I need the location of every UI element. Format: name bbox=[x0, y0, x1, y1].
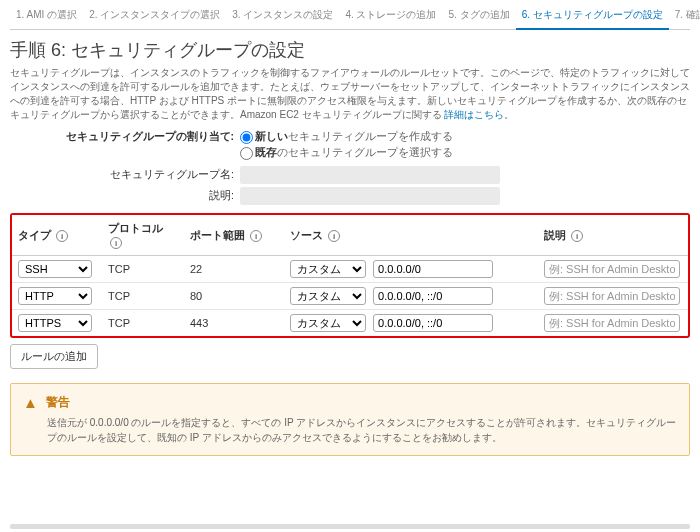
col-source: ソース i bbox=[284, 215, 538, 256]
description-text: セキュリティグループは、インスタンスのトラフィックを制御するファイアウォールのル… bbox=[10, 67, 690, 120]
learn-more-link[interactable]: 詳細はこちら bbox=[444, 109, 504, 120]
col-type: タイプ i bbox=[12, 215, 102, 256]
warning-alert: ▲ 警告 送信元が 0.0.0.0/0 のルールを指定すると、すべての IP ア… bbox=[10, 383, 690, 456]
source-mode-select[interactable]: カスタム bbox=[290, 260, 366, 278]
radio-existing-sg[interactable] bbox=[240, 147, 253, 160]
warning-title: 警告 bbox=[46, 394, 70, 411]
radio-new-sg-label-strong: 新しい bbox=[255, 130, 288, 142]
rule-desc-input[interactable] bbox=[544, 287, 680, 305]
info-icon[interactable]: i bbox=[250, 230, 262, 242]
rule-desc-input[interactable] bbox=[544, 314, 680, 332]
tab-add-storage[interactable]: 4. ストレージの追加 bbox=[339, 4, 442, 29]
radio-new-sg[interactable] bbox=[240, 131, 253, 144]
footer: キャンセル 戻る 確認と作成 bbox=[10, 524, 690, 532]
rules-table: タイプ i プロトコル i ポート範囲 i ソース i 説明 i SSH bbox=[12, 215, 688, 336]
col-protocol: プロトコル i bbox=[102, 215, 184, 256]
rule-desc-input[interactable] bbox=[544, 260, 680, 278]
tab-security-group[interactable]: 6. セキュリティグループの設定 bbox=[516, 4, 669, 30]
tab-configure-instance[interactable]: 3. インスタンスの設定 bbox=[226, 4, 339, 29]
type-select[interactable]: SSH bbox=[18, 260, 92, 278]
col-desc-label: 説明 bbox=[544, 229, 566, 241]
port-cell: 443 bbox=[184, 310, 284, 337]
sg-assign-block: セキュリティグループの割り当て: 新しいセキュリティグループを作成する 既存のセ… bbox=[10, 130, 690, 160]
col-port-label: ポート範囲 bbox=[190, 229, 245, 241]
col-source-label: ソース bbox=[290, 229, 323, 241]
info-icon[interactable]: i bbox=[571, 230, 583, 242]
warning-icon: ▲ bbox=[23, 394, 38, 411]
page-description: セキュリティグループは、インスタンスのトラフィックを制御するファイアウォールのル… bbox=[10, 66, 690, 122]
source-mode-select[interactable]: カスタム bbox=[290, 314, 366, 332]
tab-instance-type[interactable]: 2. インスタンスタイプの選択 bbox=[83, 4, 226, 29]
radio-existing-sg-label-rest: のセキュリティグループを選択する bbox=[277, 146, 453, 158]
col-protocol-label: プロトコル bbox=[108, 222, 163, 234]
info-icon[interactable]: i bbox=[328, 230, 340, 242]
protocol-cell: TCP bbox=[102, 310, 184, 337]
radio-new-sg-label-rest: セキュリティグループを作成する bbox=[288, 130, 453, 142]
sg-desc-field[interactable] bbox=[240, 187, 500, 205]
protocol-cell: TCP bbox=[102, 256, 184, 283]
footer-divider bbox=[10, 524, 690, 529]
sg-assign-label: セキュリティグループの割り当て: bbox=[10, 130, 240, 144]
table-row: HTTP TCP 80 カスタム bbox=[12, 283, 688, 310]
cidr-input[interactable] bbox=[373, 260, 493, 278]
type-select[interactable]: HTTP bbox=[18, 287, 92, 305]
info-icon[interactable]: i bbox=[110, 237, 122, 249]
add-rule-button[interactable]: ルールの追加 bbox=[10, 344, 98, 369]
sg-desc-label: 説明: bbox=[10, 189, 240, 203]
table-row: HTTPS TCP 443 カスタム bbox=[12, 310, 688, 337]
sg-name-label: セキュリティグループ名: bbox=[10, 168, 240, 182]
col-desc: 説明 i bbox=[538, 215, 688, 256]
radio-new-sg-label: 新しいセキュリティグループを作成する bbox=[255, 130, 453, 144]
col-type-label: タイプ bbox=[18, 229, 51, 241]
tab-add-tags[interactable]: 5. タグの追加 bbox=[443, 4, 516, 29]
warning-body: 送信元が 0.0.0.0/0 のルールを指定すると、すべての IP アドレスから… bbox=[23, 415, 677, 445]
cidr-input[interactable] bbox=[373, 287, 493, 305]
radio-existing-sg-label: 既存のセキュリティグループを選択する bbox=[255, 146, 453, 160]
source-mode-select[interactable]: カスタム bbox=[290, 287, 366, 305]
port-cell: 22 bbox=[184, 256, 284, 283]
protocol-cell: TCP bbox=[102, 283, 184, 310]
radio-existing-sg-label-strong: 既存 bbox=[255, 146, 277, 158]
tab-ami[interactable]: 1. AMI の選択 bbox=[10, 4, 83, 29]
cidr-input[interactable] bbox=[373, 314, 493, 332]
sg-name-field[interactable] bbox=[240, 166, 500, 184]
wizard-tabs: 1. AMI の選択 2. インスタンスタイプの選択 3. インスタンスの設定 … bbox=[10, 4, 690, 30]
rules-highlight-box: タイプ i プロトコル i ポート範囲 i ソース i 説明 i SSH bbox=[10, 213, 690, 338]
tab-review[interactable]: 7. 確認 bbox=[669, 4, 700, 29]
page-title: 手順 6: セキュリティグループの設定 bbox=[10, 38, 690, 62]
port-cell: 80 bbox=[184, 283, 284, 310]
info-icon[interactable]: i bbox=[56, 230, 68, 242]
col-port: ポート範囲 i bbox=[184, 215, 284, 256]
table-row: SSH TCP 22 カスタム bbox=[12, 256, 688, 283]
type-select[interactable]: HTTPS bbox=[18, 314, 92, 332]
